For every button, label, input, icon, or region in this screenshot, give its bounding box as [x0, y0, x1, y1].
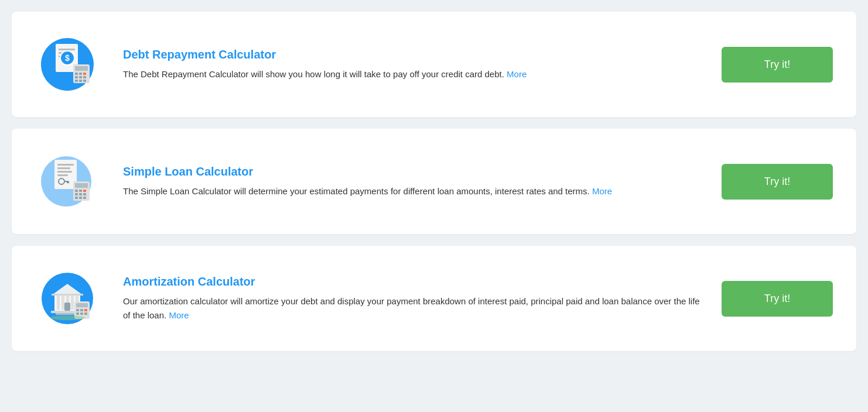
svg-rect-49: [64, 303, 70, 311]
loan-description: The Simple Loan Calculator will determin…: [123, 184, 704, 198]
svg-rect-56: [76, 313, 79, 315]
loan-more-link[interactable]: More: [592, 186, 612, 196]
svg-rect-54: [80, 309, 83, 311]
svg-rect-37: [79, 197, 82, 199]
svg-rect-47: [52, 294, 83, 296]
loan-content: Simple Loan Calculator The Simple Loan C…: [123, 165, 704, 198]
amortization-content: Amortization Calculator Our amortization…: [123, 275, 704, 322]
svg-rect-53: [76, 309, 79, 311]
svg-rect-21: [57, 167, 70, 169]
svg-rect-38: [83, 197, 86, 199]
svg-rect-55: [84, 309, 87, 311]
svg-rect-52: [76, 303, 88, 307]
svg-rect-35: [83, 193, 86, 195]
debt-title: Debt Repayment Calculator: [123, 48, 704, 61]
svg-rect-9: [75, 73, 78, 75]
svg-rect-12: [75, 76, 78, 78]
amortization-title: Amortization Calculator: [123, 275, 704, 289]
debt-repayment-card: $ Debt Repayment Calculator The Debt Rep…: [12, 12, 856, 117]
amortization-card: Amortization Calculator Our amortization…: [12, 246, 856, 351]
debt-icon: $: [38, 32, 102, 97]
svg-rect-22: [57, 171, 72, 173]
svg-rect-10: [79, 73, 82, 75]
simple-loan-card: Simple Loan Calculator The Simple Loan C…: [12, 129, 856, 234]
svg-rect-31: [79, 190, 82, 192]
loan-title: Simple Loan Calculator: [123, 165, 704, 178]
loan-icon: [38, 149, 102, 214]
svg-rect-41: [57, 296, 60, 310]
amortization-try-button[interactable]: Try it!: [722, 281, 833, 317]
amortization-description: Our amortization calculator will amortiz…: [123, 294, 704, 322]
svg-rect-34: [79, 193, 82, 195]
svg-rect-33: [75, 193, 78, 195]
loan-icon-area: [35, 146, 105, 217]
svg-text:$: $: [65, 53, 70, 63]
svg-rect-58: [84, 313, 87, 315]
svg-rect-15: [75, 80, 78, 82]
svg-rect-44: [71, 296, 74, 310]
svg-rect-30: [75, 190, 78, 192]
svg-rect-42: [61, 296, 64, 310]
amortization-icon: [38, 266, 102, 331]
svg-rect-17: [83, 80, 86, 82]
svg-rect-32: [83, 190, 86, 192]
amortization-icon-area: [35, 263, 105, 334]
svg-rect-13: [79, 76, 82, 78]
debt-try-button[interactable]: Try it!: [722, 47, 833, 83]
svg-rect-11: [83, 73, 86, 75]
svg-rect-8: [75, 66, 88, 71]
debt-content: Debt Repayment Calculator The Debt Repay…: [123, 48, 704, 81]
svg-rect-20: [57, 164, 74, 166]
svg-rect-14: [83, 76, 86, 78]
svg-rect-36: [75, 197, 78, 199]
debt-description: The Debt Repayment Calculator will show …: [123, 67, 704, 81]
loan-try-button[interactable]: Try it!: [722, 164, 833, 200]
svg-rect-2: [59, 49, 75, 50]
svg-rect-23: [57, 174, 68, 176]
svg-rect-16: [79, 80, 82, 82]
amortization-more-link[interactable]: More: [169, 310, 189, 320]
debt-more-link[interactable]: More: [507, 69, 527, 79]
svg-rect-57: [80, 313, 83, 315]
svg-point-59: [50, 315, 85, 320]
debt-icon-area: $: [35, 29, 105, 99]
svg-rect-29: [75, 183, 88, 188]
